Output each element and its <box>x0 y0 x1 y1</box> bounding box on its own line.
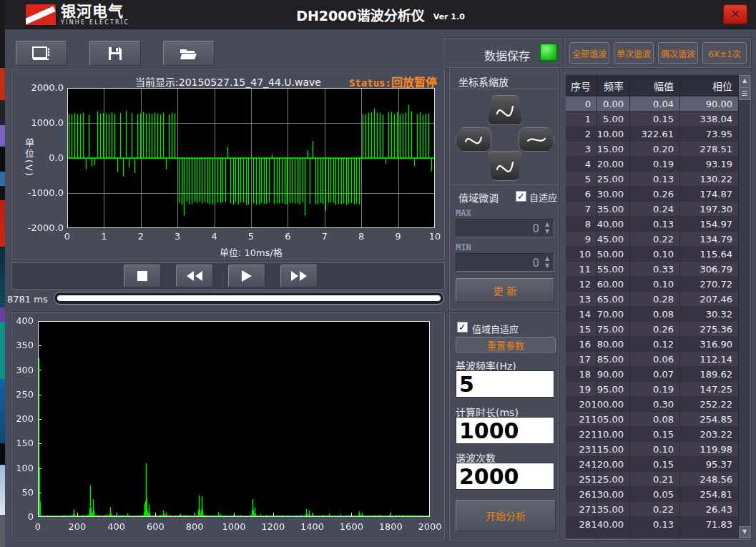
harmonic-filter-group: 全部谐波 单次谐波 偶次谐波 6X±1次 <box>564 38 751 68</box>
stop-button[interactable] <box>124 265 161 287</box>
table-cell: 95.37 <box>680 457 739 472</box>
table-row[interactable]: 525.000.13130.22 <box>566 172 739 187</box>
harmonics-table-panel: 序号频率幅值相位00.000.0490.0015.000.15338.04210… <box>564 72 751 540</box>
even-harmonics-button[interactable]: 偶次谐波 <box>658 42 698 64</box>
table-row[interactable]: 1680.000.12316.90 <box>566 337 739 352</box>
table-cell: 316.90 <box>680 337 739 352</box>
table-row-partial <box>566 532 739 538</box>
calc-duration-input[interactable] <box>456 417 554 444</box>
table-cell: 25.00 <box>597 172 630 187</box>
update-button[interactable]: 更 新 <box>456 278 554 302</box>
table-cell: 189.62 <box>680 367 739 382</box>
single-harmonic-button[interactable]: 单次谐波 <box>614 42 654 64</box>
table-row[interactable]: 1785.000.06112.14 <box>566 352 739 367</box>
table-row[interactable]: 630.000.26174.87 <box>566 187 739 202</box>
table-cell: 0.08 <box>630 307 680 322</box>
table-row[interactable]: 23115.000.10119.98 <box>566 442 739 457</box>
table-cell: 7 <box>566 202 597 217</box>
harmonic-count-input[interactable] <box>456 463 554 490</box>
table-cell: 70.00 <box>597 307 630 322</box>
table-cell: 0.12 <box>630 337 680 352</box>
value-fine-tune-label: 值域微调 <box>458 190 499 204</box>
table-cell: 0.33 <box>630 262 680 277</box>
table-row[interactable]: 945.000.22134.79 <box>566 232 739 247</box>
table-cell: 110.00 <box>597 427 630 442</box>
window-title: DH2000谐波分析仪 Ver 1.0 <box>5 0 756 29</box>
table-row[interactable]: 25125.000.21248.56 <box>566 472 739 487</box>
six-x-pm1-button[interactable]: 6X±1次 <box>702 42 747 64</box>
table-row[interactable]: 26130.000.05254.81 <box>566 487 739 502</box>
table-cell: 254.85 <box>680 412 739 427</box>
table-row[interactable]: 1050.000.10115.64 <box>566 247 739 262</box>
table-row[interactable]: 210.00322.6173.95 <box>566 127 739 142</box>
close-button[interactable]: ✕ <box>723 4 747 24</box>
axis-tick-label: 10 <box>424 231 446 242</box>
table-cell: 0.15 <box>630 112 680 127</box>
table-cell: 0.07 <box>630 367 680 382</box>
table-row[interactable]: 21105.000.08254.85 <box>566 412 739 427</box>
table-cell: 0.15 <box>630 457 680 472</box>
table-row[interactable]: 1155.000.33306.79 <box>566 262 739 277</box>
table-cell: 90.00 <box>680 97 739 112</box>
table-row[interactable]: 28140.000.1371.83 <box>566 517 739 532</box>
reset-params-button[interactable]: 重置参数 <box>456 337 556 353</box>
table-cell: 278.51 <box>680 142 739 157</box>
zoom-left-button[interactable] <box>456 127 491 152</box>
zoom-right-button[interactable] <box>519 127 554 152</box>
table-row[interactable]: 1890.000.07189.62 <box>566 367 739 382</box>
rewind-button[interactable] <box>176 265 213 287</box>
table-cell: 5.00 <box>597 112 630 127</box>
table-row[interactable]: 24120.000.1595.37 <box>566 457 739 472</box>
start-analysis-button[interactable]: 开始分析 <box>456 500 556 531</box>
spinner-arrows-icon[interactable]: ▲▼ <box>543 221 551 237</box>
table-scrollbar[interactable] <box>739 75 750 538</box>
base-frequency-input[interactable] <box>456 370 554 398</box>
min-label: MIN <box>456 242 471 252</box>
table-cell: 12 <box>566 277 597 292</box>
max-spinner[interactable]: 0 ▲▼ <box>456 219 554 237</box>
table-row[interactable]: 1575.000.26275.36 <box>566 322 739 337</box>
fast-forward-button[interactable] <box>280 265 318 287</box>
axis-tick-label: 6 <box>277 231 298 242</box>
spinner-arrows-icon[interactable]: ▲▼ <box>543 255 551 271</box>
save-button[interactable] <box>89 41 141 66</box>
axis-tick-label: 150 <box>12 438 34 448</box>
play-button[interactable] <box>228 265 265 287</box>
adaptive-checkbox[interactable]: ✓ <box>516 191 526 202</box>
zoom-up-button[interactable] <box>488 95 522 125</box>
zoom-down-button[interactable] <box>488 151 522 181</box>
table-cell: 130.22 <box>680 172 739 187</box>
device-button[interactable] <box>16 41 67 66</box>
table-row[interactable]: 735.000.24197.30 <box>566 202 739 217</box>
scroll-up-icon[interactable]: ▲ <box>739 75 750 87</box>
data-save-label: 数据保存 <box>484 46 530 64</box>
table-row[interactable]: 00.000.0490.00 <box>566 97 739 112</box>
table-cell: 10 <box>566 247 597 262</box>
table-row[interactable]: 20100.000.30252.22 <box>566 397 739 412</box>
table-row[interactable]: 1470.000.0830.32 <box>566 307 739 322</box>
playback-progress-slider[interactable] <box>54 292 444 305</box>
table-row[interactable]: 22110.000.15203.22 <box>566 427 739 442</box>
open-file-button[interactable] <box>163 41 215 66</box>
axis-tick-label: 2000 <box>412 521 448 532</box>
table-row[interactable]: 315.000.20278.51 <box>566 142 739 157</box>
scrollbar-thumb[interactable]: ☰ <box>739 87 750 100</box>
scroll-down-icon[interactable]: ▼ <box>739 526 750 538</box>
value-adaptive-checkbox[interactable]: ✓ <box>457 322 468 332</box>
table-cell: 3 <box>566 142 597 157</box>
table-row[interactable]: 1365.000.28207.46 <box>566 292 739 307</box>
all-harmonics-button[interactable]: 全部谐波 <box>569 42 609 64</box>
axis-tick-label: 100 <box>12 463 34 473</box>
table-cell: 73.95 <box>680 127 739 142</box>
table-row[interactable]: 420.000.1993.19 <box>566 157 739 172</box>
table-row[interactable]: 27135.000.2226.43 <box>566 502 739 517</box>
min-spinner[interactable]: 0 ▲▼ <box>456 253 554 272</box>
table-cell: 6 <box>566 187 597 202</box>
min-value: 0 <box>532 257 539 270</box>
table-row[interactable]: 1260.000.10270.72 <box>566 277 739 292</box>
table-row[interactable]: 1995.000.19147.25 <box>566 382 739 397</box>
table-row[interactable]: 840.000.13154.97 <box>566 217 739 232</box>
table-row[interactable]: 15.000.15338.04 <box>566 112 739 127</box>
axis-tick-label: 2 <box>130 231 152 242</box>
table-header-row: 序号频率幅值相位 <box>566 75 739 97</box>
